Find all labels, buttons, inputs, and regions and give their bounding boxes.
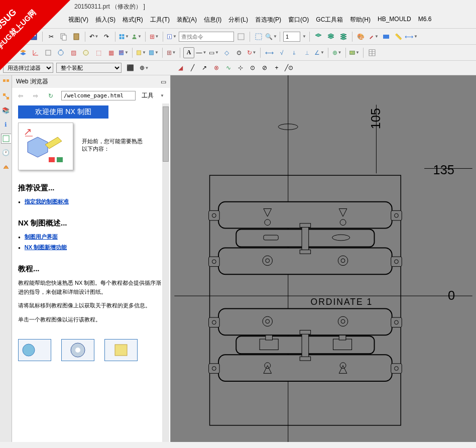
link-standards[interactable]: 指定我的制图标准 xyxy=(18,198,164,205)
menu-info[interactable]: 信息(I) xyxy=(201,15,224,25)
menu-version[interactable]: M6.6 xyxy=(415,15,435,25)
blue-icon[interactable] xyxy=(381,31,392,42)
brush-icon[interactable]: ▼ xyxy=(368,31,379,42)
snap-grid-icon[interactable]: ⊞▼ xyxy=(166,47,177,58)
tools-dropdown[interactable]: 工具 xyxy=(142,91,154,100)
snap-tan-icon[interactable]: ╱⊙ xyxy=(284,63,293,72)
dim-ord-icon[interactable]: ⟂ xyxy=(301,47,312,58)
snap-intersect-icon[interactable]: ⊗ xyxy=(212,63,221,72)
cut-icon[interactable]: ✂ xyxy=(46,31,57,42)
circle-find-icon[interactable]: ⊙ xyxy=(233,47,245,58)
refresh-icon[interactable]: ↻▼ xyxy=(246,47,257,58)
forward-icon[interactable]: ⇨ xyxy=(31,91,40,100)
filter-btn-2[interactable]: ⊕▼ xyxy=(139,62,150,73)
front-view-icon[interactable] xyxy=(43,47,54,58)
snap-center-icon[interactable]: ↗ xyxy=(200,63,209,72)
fit-icon[interactable] xyxy=(253,31,264,42)
filter-scope-select[interactable]: 整个装配 xyxy=(56,63,122,73)
svg-rect-13 xyxy=(238,34,244,40)
link-ui[interactable]: 制图用户界面 xyxy=(18,233,164,241)
url-input[interactable] xyxy=(61,91,136,100)
menu-tools[interactable]: 工具(T) xyxy=(147,15,173,25)
orbit-icon[interactable] xyxy=(55,47,66,58)
centerline-icon[interactable]: ⊕▼ xyxy=(331,47,342,58)
zoom-icon[interactable]: 🔍▼ xyxy=(266,31,277,42)
diamond-icon[interactable]: ◇ xyxy=(221,47,232,58)
grid-icon[interactable]: ▼ xyxy=(118,31,130,42)
tab-navigator[interactable] xyxy=(1,77,11,87)
menu-help[interactable]: 帮助(H) xyxy=(347,15,374,25)
menu-hbmould[interactable]: HB_MOULD xyxy=(375,15,414,25)
canvas-area[interactable]: 105 135 0 ORDINATE 1 xyxy=(171,75,476,442)
hatch-3-icon[interactable]: ▼ xyxy=(118,47,129,58)
copy-icon[interactable] xyxy=(58,31,69,42)
dim-icon[interactable]: ⟷▼ xyxy=(406,31,417,42)
table-icon[interactable] xyxy=(367,47,378,58)
snap-quad-icon[interactable]: ⊘ xyxy=(260,63,269,72)
layer-1-icon[interactable] xyxy=(313,31,324,42)
menu-format[interactable]: 格式(R) xyxy=(120,15,146,25)
sheet-number-input[interactable] xyxy=(283,32,300,42)
menu-view[interactable]: 视图(V) xyxy=(65,15,91,25)
palette-icon[interactable]: 🎨 xyxy=(355,31,367,42)
hatch-2-icon[interactable]: ▦ xyxy=(105,47,116,58)
search-input[interactable] xyxy=(179,32,234,42)
tab-info[interactable]: ℹ xyxy=(1,120,11,130)
link-newfeatures[interactable]: NX 制图新增功能 xyxy=(18,244,164,251)
menu-gctools[interactable]: GC工具箱 xyxy=(313,15,346,25)
snap-plus-icon[interactable]: + xyxy=(272,63,281,72)
filter-bar: 用选择过滤器 整个装配 ⬛ ⊕▼ ◢ ╱ ↗ ⊗ ∿ ⊹ ⊙ ⊘ + ╱⊙ xyxy=(0,61,476,75)
menu-window[interactable]: 窗口(O) xyxy=(285,15,312,25)
image-icon[interactable]: ▼ xyxy=(349,47,360,58)
sheet-blue-icon[interactable]: ▼ xyxy=(148,47,159,58)
tutorial-thumb-3[interactable] xyxy=(104,339,138,361)
snap-point-icon[interactable]: ⊹ xyxy=(236,63,245,72)
dim-105: 105 xyxy=(369,108,383,129)
dim-radius-icon[interactable]: √ xyxy=(276,47,287,58)
menu-insert[interactable]: 插入(S) xyxy=(92,15,118,25)
svg-point-25 xyxy=(350,52,351,53)
reload-icon[interactable]: ↻ xyxy=(46,91,55,100)
paste-icon[interactable] xyxy=(71,31,82,42)
dim-angle-icon[interactable]: ∠▼ xyxy=(314,47,325,58)
layer-3-icon[interactable] xyxy=(338,31,349,42)
scrollbar-vertical[interactable] xyxy=(162,103,169,442)
layer-2-icon[interactable] xyxy=(325,31,336,42)
undo-icon[interactable]: ↶▼ xyxy=(88,31,99,42)
tab-assembly[interactable] xyxy=(1,91,11,101)
clip-icon[interactable] xyxy=(80,47,91,58)
rect-icon[interactable]: ▭▼ xyxy=(208,47,219,58)
menu-prefs[interactable]: 首选项(P) xyxy=(252,15,284,25)
tab-history[interactable]: 🕐 xyxy=(1,148,11,158)
sheet-yellow-icon[interactable]: ▼ xyxy=(136,47,147,58)
redo-icon[interactable]: ↷ xyxy=(101,31,112,42)
tab-library[interactable]: 📚 xyxy=(1,105,11,116)
menu-analyze[interactable]: 分析(L) xyxy=(225,15,251,25)
tab-web[interactable] xyxy=(1,134,11,144)
section-icon[interactable]: ▨ xyxy=(68,47,79,58)
snap-target-icon[interactable]: ⊙ xyxy=(248,63,257,72)
tutorial-thumb-1[interactable] xyxy=(18,339,51,361)
snap-mid-icon[interactable]: ╱ xyxy=(188,63,197,72)
wcs-icon[interactable] xyxy=(30,47,41,58)
dim-chain-icon[interactable]: ⫰ xyxy=(289,47,300,58)
align-icon[interactable]: ⊞▼ xyxy=(149,31,160,42)
tutorial-thumb-2[interactable] xyxy=(61,339,94,361)
search-go-icon[interactable] xyxy=(235,31,247,42)
svg-rect-30 xyxy=(3,79,6,82)
role-icon[interactable]: ▼ xyxy=(131,31,142,42)
filter-type-select[interactable]: 用选择过滤器 xyxy=(3,63,53,73)
tab-roles[interactable] xyxy=(1,162,11,172)
filter-btn-1[interactable]: ⬛ xyxy=(125,62,136,73)
ruler-icon[interactable]: 📏 xyxy=(393,31,404,42)
text-icon[interactable]: A xyxy=(183,47,194,58)
snap-curve-icon[interactable]: ∿ xyxy=(224,63,233,72)
dim-horiz-icon[interactable]: ⟷ xyxy=(264,47,275,58)
menu-assembly[interactable]: 装配(A) xyxy=(174,15,200,25)
browser-pin-icon[interactable]: ▭ xyxy=(161,78,166,85)
info-icon[interactable]: i▼ xyxy=(166,31,177,42)
hatch-1-icon[interactable]: ⬚ xyxy=(93,47,104,58)
line-icon[interactable]: —▼ xyxy=(196,47,207,58)
back-icon[interactable]: ⇦ xyxy=(16,91,25,100)
snap-end-icon[interactable]: ◢ xyxy=(176,63,185,72)
